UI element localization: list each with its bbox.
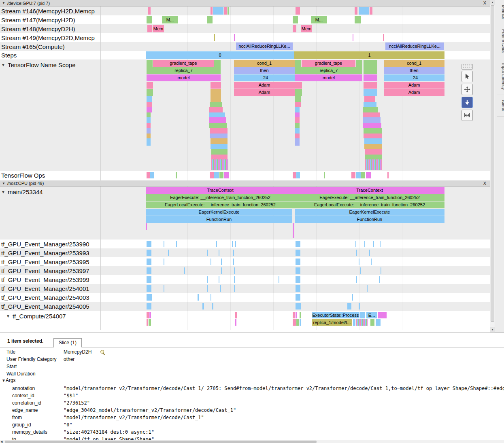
trace-slice[interactable] — [233, 259, 234, 265]
section-header-device-gpu-7[interactable]: ▼/device:GPU:7 (pid 7)X — [0, 0, 490, 6]
trace-slice[interactable] — [293, 25, 296, 32]
trace-slice[interactable]: gradient_tape — [302, 60, 355, 67]
row-label[interactable]: Steps — [0, 51, 100, 59]
row-label[interactable]: ▼TensorFlow Name Scope — [0, 61, 100, 69]
trace-slice[interactable] — [221, 259, 222, 265]
trace-slice[interactable] — [371, 259, 372, 265]
trace-slice[interactable] — [373, 241, 374, 247]
trace-slice[interactable]: ncclAllReduceRingLLKe... — [385, 42, 444, 50]
trace-slice[interactable] — [296, 7, 300, 15]
collapse-arrow-icon[interactable]: ▼ — [2, 1, 5, 5]
trace-slice[interactable]: EagerLocalExecute: __inference_train_fun… — [295, 201, 444, 208]
trace-slice[interactable] — [364, 138, 382, 144]
trace-slice[interactable] — [363, 117, 381, 123]
trace-slice[interactable] — [147, 319, 148, 326]
trace-slice[interactable] — [147, 123, 151, 128]
trace-slice[interactable] — [364, 60, 377, 67]
trace-slice[interactable] — [219, 250, 219, 256]
trace-slice[interactable] — [209, 123, 227, 128]
trace-slice[interactable] — [210, 128, 228, 134]
trace-slice[interactable] — [219, 276, 219, 283]
trace-slice[interactable] — [214, 60, 221, 67]
trace-slice[interactable] — [381, 267, 381, 274]
trace-slice[interactable] — [147, 312, 149, 318]
trace-slice[interactable] — [232, 241, 233, 247]
trace-slice[interactable] — [295, 112, 300, 117]
trace-slice[interactable] — [356, 172, 361, 178]
trace-slice[interactable] — [211, 96, 221, 102]
zoom-mode-button[interactable] — [461, 97, 473, 108]
row-label[interactable]: tf_GPU_Event_Manager/253993 — [0, 248, 100, 257]
trace-slice[interactable] — [147, 259, 151, 265]
trace-slice[interactable] — [364, 96, 375, 102]
trace-slice[interactable] — [211, 7, 213, 15]
trace-slice[interactable] — [376, 319, 381, 326]
trace-slice[interactable] — [360, 267, 361, 274]
trace-slice[interactable] — [148, 7, 151, 15]
timing-mode-button[interactable] — [461, 110, 473, 121]
trace-slice[interactable] — [364, 89, 377, 96]
trace-slice[interactable] — [211, 294, 211, 301]
trace-slice[interactable] — [295, 89, 302, 96]
trace-slice[interactable] — [364, 102, 376, 107]
trace-slice[interactable]: M... — [311, 16, 327, 23]
row-label[interactable]: tf_GPU_Event_Manager/254005 — [0, 302, 100, 311]
trace-slice[interactable]: 0 — [146, 51, 294, 59]
trace-slice[interactable] — [364, 134, 382, 138]
trace-slice[interactable]: model — [147, 74, 221, 81]
trace-slice[interactable] — [224, 7, 227, 15]
row-label[interactable]: tf_GPU_Event_Manager/253999 — [0, 275, 100, 284]
section-header-host-cpu[interactable]: ▼/host:CPU (pid 49)X — [0, 180, 490, 187]
trace-slice[interactable] — [234, 276, 235, 283]
trace-slice[interactable] — [355, 241, 356, 247]
trace-slice[interactable] — [295, 107, 300, 112]
trace-slice[interactable]: cond_1 — [384, 60, 444, 67]
trace-slice[interactable] — [296, 241, 300, 247]
trace-slice[interactable] — [367, 285, 368, 292]
trace-slice[interactable] — [220, 285, 221, 292]
trace-slice[interactable] — [295, 117, 300, 123]
trace-slice[interactable] — [164, 285, 164, 292]
collapse-arrow-icon[interactable]: ▼ — [2, 378, 6, 383]
trace-slice[interactable] — [147, 112, 151, 117]
trace-slice[interactable]: E... — [366, 312, 377, 318]
trace-slice[interactable]: EagerExecute: __inference_train_function… — [146, 194, 295, 201]
trace-slice[interactable] — [359, 7, 369, 15]
trace-slice[interactable] — [210, 172, 214, 178]
trace-slice[interactable] — [147, 241, 151, 247]
trace-slice[interactable] — [378, 312, 387, 318]
trace-slice[interactable] — [207, 16, 213, 23]
search-icon[interactable] — [100, 350, 104, 354]
trace-slice[interactable] — [211, 149, 228, 155]
trace-slice[interactable] — [209, 107, 223, 112]
trace-slice[interactable] — [295, 134, 300, 138]
horizontal-scroll-thumb[interactable] — [5, 441, 317, 443]
trace-slice[interactable] — [147, 267, 151, 274]
trace-slice[interactable] — [295, 138, 300, 146]
trace-slice[interactable] — [364, 67, 377, 74]
trace-slice[interactable] — [363, 123, 381, 128]
trace-slice[interactable] — [184, 267, 185, 274]
trace-slice[interactable] — [211, 138, 228, 144]
trace-slice[interactable]: EagerKernelExecute — [295, 209, 444, 216]
pan-mode-button[interactable] — [461, 84, 473, 95]
row-label[interactable]: Stream #147(MemcpyH2D) — [0, 15, 100, 24]
trace-slice[interactable]: M... — [162, 16, 178, 23]
trace-slice[interactable] — [363, 112, 380, 117]
row-label[interactable]: Stream #165(Compute) — [0, 42, 100, 51]
trace-slice[interactable] — [214, 172, 219, 178]
trace-slice[interactable] — [351, 172, 355, 178]
row-label[interactable]: Stream #146(MemcpyH2D,Memcp — [0, 6, 100, 15]
trace-slice[interactable] — [295, 123, 300, 128]
trace-slice[interactable] — [356, 276, 357, 283]
trace-slice[interactable] — [147, 172, 150, 178]
trace-slice[interactable] — [370, 319, 374, 326]
trace-area[interactable]: ▼/device:GPU:7 (pid 7)XStream #146(Memcp… — [0, 0, 490, 333]
trace-slice[interactable] — [211, 259, 211, 265]
trace-slice[interactable] — [146, 223, 147, 230]
trace-slice[interactable] — [293, 223, 294, 238]
trace-slice[interactable] — [359, 259, 359, 265]
trace-slice[interactable] — [380, 241, 381, 247]
horizontal-scrollbar[interactable]: ◀ — [0, 440, 504, 443]
trace-slice[interactable] — [379, 276, 380, 283]
